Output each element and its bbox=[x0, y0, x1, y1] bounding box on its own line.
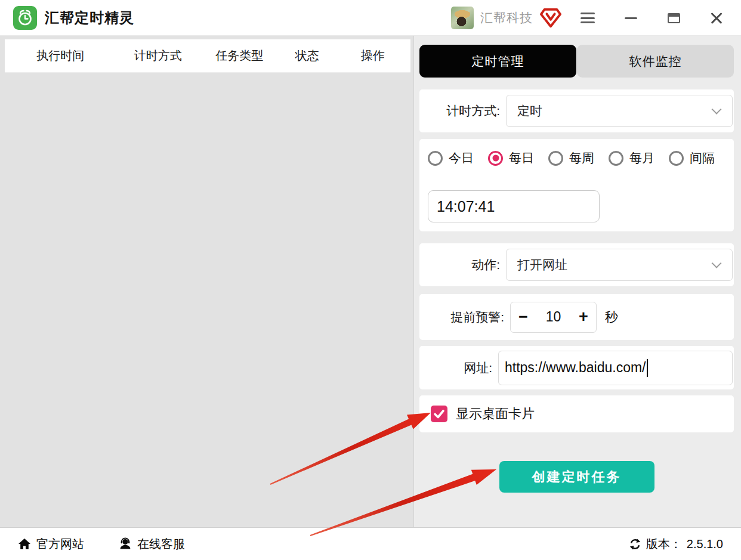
chevron-down-icon bbox=[712, 258, 722, 268]
schedule-radio-group: 今日 每日 每周 每月 间隔 bbox=[428, 150, 734, 166]
warning-label: 提前预警: bbox=[419, 309, 504, 326]
timing-method-select[interactable]: 定时 bbox=[506, 95, 733, 127]
warning-unit: 秒 bbox=[605, 308, 618, 326]
action-label: 动作: bbox=[419, 256, 500, 273]
warning-stepper: − 10 + bbox=[510, 302, 597, 333]
url-label: 网址: bbox=[419, 360, 492, 376]
timer-form-panel: 定时管理 软件监控 计时方式: 定时 今日 每日 bbox=[414, 36, 741, 527]
official-site-link[interactable]: 官方网站 bbox=[18, 536, 84, 552]
app-title: 汇帮定时精灵 bbox=[45, 8, 134, 27]
url-value: https://www.baidu.com/ bbox=[505, 360, 646, 376]
url-input[interactable]: https://www.baidu.com/ bbox=[498, 351, 733, 385]
app-identity: 汇帮定时精灵 bbox=[13, 6, 134, 30]
warning-row: 提前预警: − 10 + 秒 bbox=[419, 294, 734, 340]
radio-circle-selected bbox=[488, 151, 503, 166]
action-row: 动作: 打开网址 bbox=[419, 243, 734, 286]
tab-timer-management[interactable]: 定时管理 bbox=[419, 45, 576, 78]
radio-monthly[interactable]: 每月 bbox=[609, 150, 654, 166]
stepper-plus-button[interactable]: + bbox=[571, 309, 596, 325]
version-value: 2.5.1.0 bbox=[687, 537, 723, 551]
timing-method-value: 定时 bbox=[517, 103, 542, 119]
tab-software-monitor[interactable]: 软件监控 bbox=[577, 45, 734, 78]
action-select[interactable]: 打开网址 bbox=[506, 249, 733, 281]
column-header-exec-time: 执行时间 bbox=[5, 48, 116, 64]
app-alarm-clock-icon bbox=[13, 6, 37, 30]
action-value: 打开网址 bbox=[517, 256, 567, 273]
task-table-body-empty bbox=[5, 73, 410, 527]
close-icon[interactable] bbox=[709, 10, 724, 26]
timing-method-label: 计时方式: bbox=[419, 103, 500, 119]
version-info: 版本： 2.5.1.0 bbox=[629, 536, 723, 552]
avatar[interactable] bbox=[451, 7, 474, 29]
main-area: 执行时间 计时方式 任务类型 状态 操作 定时管理 软件监控 计时方式: 定时 bbox=[0, 36, 741, 527]
desktop-card-row[interactable]: 显示桌面卡片 bbox=[419, 395, 734, 432]
radio-daily[interactable]: 每日 bbox=[488, 150, 534, 166]
tab-bar: 定时管理 软件监控 bbox=[419, 45, 734, 78]
time-value: 14:07:41 bbox=[437, 198, 495, 215]
stepper-value: 10 bbox=[536, 309, 571, 325]
radio-circle bbox=[669, 151, 684, 166]
online-support-link[interactable]: 在线客服 bbox=[119, 536, 185, 552]
column-header-timing-mode: 计时方式 bbox=[116, 48, 200, 64]
column-header-task-type: 任务类型 bbox=[200, 48, 279, 64]
vip-badge-icon[interactable] bbox=[539, 7, 562, 29]
brand-name: 汇帮科技 bbox=[480, 10, 533, 26]
column-header-actions: 操作 bbox=[335, 48, 410, 64]
sync-icon[interactable] bbox=[629, 538, 641, 550]
window-controls bbox=[580, 0, 724, 36]
desktop-card-label: 显示桌面卡片 bbox=[456, 405, 535, 423]
maximize-icon[interactable] bbox=[666, 10, 681, 26]
radio-today[interactable]: 今日 bbox=[428, 150, 474, 166]
radio-circle bbox=[609, 151, 623, 166]
create-task-button[interactable]: 创建定时任务 bbox=[499, 461, 654, 493]
text-caret bbox=[647, 359, 648, 377]
chevron-down-icon bbox=[712, 104, 722, 115]
version-label: 版本： bbox=[646, 536, 682, 552]
home-icon bbox=[18, 537, 31, 550]
desktop-card-checkbox[interactable] bbox=[431, 406, 447, 422]
task-table-header: 执行时间 计时方式 任务类型 状态 操作 bbox=[5, 39, 410, 73]
time-input[interactable]: 14:07:41 bbox=[428, 190, 600, 222]
menu-icon[interactable] bbox=[580, 10, 595, 26]
column-header-status: 状态 bbox=[279, 48, 335, 64]
radio-weekly[interactable]: 每周 bbox=[548, 150, 594, 166]
url-row: 网址: https://www.baidu.com/ bbox=[419, 346, 734, 389]
headset-person-icon bbox=[119, 537, 132, 550]
radio-circle bbox=[548, 151, 563, 166]
status-bar: 官方网站 在线客服 版本： 2.5.1.0 bbox=[0, 527, 741, 560]
minimize-icon[interactable] bbox=[623, 10, 638, 26]
timing-method-row: 计时方式: 定时 bbox=[419, 89, 734, 132]
account-area: 汇帮科技 bbox=[451, 0, 562, 36]
task-list-panel: 执行时间 计时方式 任务类型 状态 操作 bbox=[0, 36, 413, 527]
radio-circle bbox=[428, 151, 443, 166]
stepper-minus-button[interactable]: − bbox=[511, 309, 536, 325]
radio-interval[interactable]: 间隔 bbox=[669, 150, 715, 166]
schedule-card: 今日 每日 每周 每月 间隔 bbox=[419, 139, 734, 231]
titlebar: 汇帮定时精灵 汇帮科技 bbox=[0, 0, 741, 36]
